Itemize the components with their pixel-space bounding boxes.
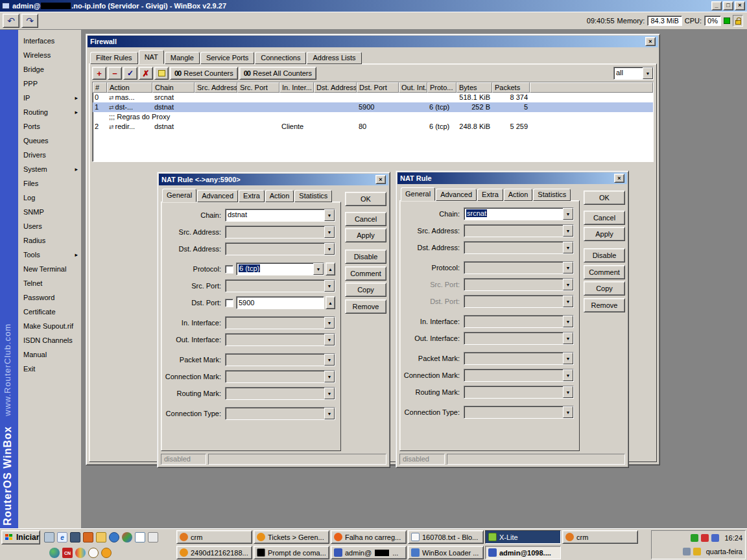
chevron-down-icon[interactable]: ▼: [324, 280, 335, 292]
firewall-titlebar[interactable]: Firewall ×: [88, 36, 658, 47]
task-2490[interactable]: 2490d12162188...: [176, 546, 252, 559]
task-winbox-loader[interactable]: WinBox Loader ...: [408, 546, 484, 559]
globe-icon[interactable]: [49, 548, 60, 558]
chevron-down-icon[interactable]: ▼: [324, 243, 335, 255]
chevron-down-icon[interactable]: ▼: [563, 279, 573, 290]
sidebar-item-make-supout[interactable]: Make Supout.rif: [18, 319, 81, 333]
apply-button[interactable]: Apply: [345, 228, 386, 242]
tab-mangle[interactable]: Mangle: [165, 52, 200, 64]
chevron-down-icon[interactable]: ▼: [563, 208, 573, 220]
disable-button[interactable]: Disable: [584, 248, 625, 262]
sidebar-item-system[interactable]: System▸: [18, 162, 81, 176]
chevron-down-icon[interactable]: ▼: [643, 67, 653, 79]
sidebar-item-ppp[interactable]: PPP: [18, 76, 81, 91]
disable-button[interactable]: Disable: [345, 250, 386, 264]
tab-service-ports[interactable]: Service Ports: [200, 52, 254, 64]
routing-mark-dropdown[interactable]: ▼: [464, 386, 574, 399]
in-interface-dropdown[interactable]: ▼: [225, 316, 335, 329]
globe-icon[interactable]: [109, 532, 119, 542]
apply-button[interactable]: Apply: [584, 227, 625, 241]
routing-mark-dropdown[interactable]: ▼: [225, 387, 335, 400]
folder-icon[interactable]: [96, 532, 106, 542]
sidebar-item-tools[interactable]: Tools▸: [18, 248, 81, 262]
remove-button[interactable]: Remove: [584, 298, 625, 312]
ie-icon[interactable]: e: [57, 532, 67, 542]
column-header-in-interface[interactable]: In. Inter...: [279, 82, 314, 93]
connection-mark-dropdown[interactable]: ▼: [225, 370, 335, 383]
sidebar-item-exit[interactable]: Exit: [18, 362, 81, 376]
chevron-down-icon[interactable]: ▼: [563, 353, 573, 364]
column-header-dst-address[interactable]: Dst. Address: [314, 82, 357, 93]
tab-advanced[interactable]: Advanced: [197, 190, 238, 202]
task-xlite[interactable]: X-Lite: [485, 530, 561, 544]
task-falha[interactable]: Falha no carreg...: [331, 530, 407, 544]
sidebar-item-drivers[interactable]: Drivers: [18, 148, 81, 162]
sidebar-item-users[interactable]: Users: [18, 219, 81, 233]
disable-rule-button[interactable]: ✗: [139, 67, 153, 80]
table-row[interactable]: 2 ⇄redir... dstnat Cliente 80 6 (tcp) 24…: [93, 122, 653, 132]
protocol-dropdown[interactable]: ▼: [464, 261, 574, 274]
protocol-not-checkbox[interactable]: [225, 265, 233, 274]
tab-action[interactable]: Action: [504, 189, 533, 201]
tab-statistics[interactable]: Statistics: [533, 189, 571, 201]
chevron-down-icon[interactable]: ▼: [313, 263, 324, 275]
chevron-down-icon[interactable]: ▼: [324, 334, 335, 345]
close-icon[interactable]: ×: [614, 174, 624, 183]
tab-extra[interactable]: Extra: [477, 189, 503, 201]
task-notepad[interactable]: 160708.txt - Blo...: [408, 530, 484, 544]
sidebar-item-wireless[interactable]: Wireless: [18, 48, 81, 62]
sidebar-item-ports[interactable]: Ports: [18, 119, 81, 134]
chevron-down-icon[interactable]: ▼: [563, 332, 573, 344]
remove-rule-button[interactable]: −: [108, 67, 122, 80]
chevron-down-icon[interactable]: ▼: [324, 371, 335, 382]
tab-connections[interactable]: Connections: [255, 52, 306, 64]
sidebar-item-certificate[interactable]: Certificate: [18, 305, 81, 319]
sidebar-item-ip[interactable]: IP▸: [18, 91, 81, 105]
chevron-down-icon[interactable]: ▼: [563, 225, 573, 237]
task-cmd-prompt[interactable]: Prompt de coma...: [254, 546, 329, 559]
dst-port-input[interactable]: [236, 296, 324, 309]
collapse-field-icon[interactable]: ▲: [326, 262, 335, 275]
collapse-field-icon[interactable]: ▲: [326, 296, 335, 309]
column-header-out-interface[interactable]: Out. Int...: [399, 82, 427, 93]
chain-dropdown[interactable]: srcnat ▼: [464, 207, 574, 220]
in-interface-dropdown[interactable]: ▼: [464, 315, 574, 328]
sidebar-item-queues[interactable]: Queues: [18, 134, 81, 148]
chevron-down-icon[interactable]: ▼: [563, 369, 573, 381]
maximize-button[interactable]: □: [723, 1, 733, 10]
column-header-src-address[interactable]: Src. Address: [195, 82, 237, 93]
sidebar-item-bridge[interactable]: Bridge: [18, 62, 81, 76]
column-header-bytes[interactable]: Bytes: [456, 82, 492, 93]
chevron-down-icon[interactable]: ▼: [324, 226, 335, 238]
show-desktop-icon[interactable]: [44, 532, 54, 542]
chevron-down-icon[interactable]: ▼: [563, 262, 573, 274]
chain-dropdown[interactable]: dstnat ▼: [225, 209, 335, 222]
ok-button[interactable]: OK: [584, 191, 625, 205]
tab-statistics[interactable]: Statistics: [294, 190, 332, 202]
status-green-icon[interactable]: [691, 534, 698, 542]
task-tickets[interactable]: Tickets > Geren...: [254, 530, 329, 544]
tray-clock-date[interactable]: quarta-feira: [706, 548, 742, 555]
monitor-icon[interactable]: [70, 532, 80, 542]
sidebar-item-isdn-channels[interactable]: ISDN Channels: [18, 333, 81, 347]
network-icon[interactable]: [683, 548, 691, 555]
chevron-down-icon[interactable]: ▼: [324, 317, 335, 329]
task-winbox-active[interactable]: admin@1098....: [485, 546, 561, 559]
comment-button[interactable]: Comment: [345, 266, 386, 281]
sidebar-item-files[interactable]: Files: [18, 176, 81, 191]
palette-icon[interactable]: [75, 548, 86, 558]
dialog-titlebar[interactable]: NAT Rule ×: [397, 172, 627, 184]
chevron-down-icon[interactable]: ▼: [563, 406, 573, 418]
sidebar-item-radius[interactable]: Radius: [18, 233, 81, 248]
ok-button[interactable]: OK: [345, 192, 386, 206]
task-crm-2[interactable]: crm: [562, 530, 638, 544]
add-rule-button[interactable]: +: [92, 67, 106, 80]
task-crm-1[interactable]: crm: [176, 530, 252, 544]
reset-all-counters-button[interactable]: 00 Reset All Counters: [239, 67, 316, 80]
comment-rule-button[interactable]: [154, 67, 169, 80]
src-port-dropdown[interactable]: ▼: [225, 279, 335, 292]
cancel-button[interactable]: Cancel: [345, 212, 386, 226]
chevron-down-icon[interactable]: ▼: [324, 388, 335, 399]
notepad-icon[interactable]: [135, 532, 145, 542]
smiley-icon[interactable]: [101, 548, 112, 558]
